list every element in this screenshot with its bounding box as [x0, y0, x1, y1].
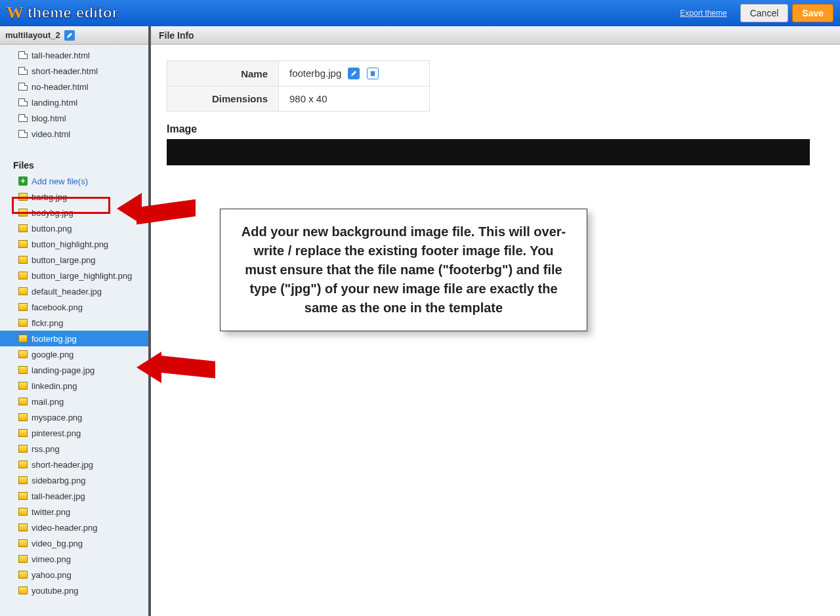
add-new-files-label: Add new file(s) — [32, 176, 88, 186]
file-item-label: youtube.png — [32, 586, 79, 596]
sidebar-file-item[interactable]: google.png — [0, 346, 148, 362]
file-item-label: linkedin.png — [32, 381, 77, 391]
image-file-icon — [18, 476, 28, 484]
file-item-label: footerbg.jpg — [32, 334, 77, 344]
page-item-label: short-header.html — [32, 66, 98, 76]
file-item-label: myspace.png — [32, 413, 82, 422]
page-icon — [18, 114, 28, 122]
image-file-icon — [18, 366, 28, 374]
sidebar-file-item[interactable]: bodybg.jpg — [0, 205, 148, 220]
sidebar-file-item[interactable]: youtube.png — [0, 583, 148, 598]
image-file-icon — [18, 539, 28, 547]
files-list: barbg.jpgbodybg.jpgbutton.pngbutton_high… — [0, 189, 148, 605]
image-file-icon — [18, 555, 28, 563]
sidebar-file-item[interactable]: rss.png — [0, 441, 148, 457]
image-section-label: Image — [167, 123, 824, 135]
theme-name-header: multilayout_2 — [0, 26, 148, 45]
sidebar-file-item[interactable]: landing-page.jpg — [0, 362, 148, 378]
image-file-icon — [18, 335, 28, 342]
page-icon — [18, 83, 28, 91]
sidebar-page-item[interactable]: no-header.html — [0, 79, 148, 94]
file-item-label: button.png — [32, 224, 72, 234]
image-file-icon — [18, 272, 28, 279]
files-section-label: Files — [0, 148, 148, 173]
sidebar-file-item[interactable]: short-header.jpg — [0, 457, 148, 472]
file-item-label: video-header.png — [32, 523, 97, 533]
sidebar-file-item[interactable]: default_header.jpg — [0, 283, 148, 299]
sidebar-file-item[interactable]: pinterest.png — [0, 425, 148, 441]
sidebar-file-item[interactable]: button_highlight.png — [0, 236, 148, 252]
image-file-icon — [18, 461, 28, 468]
sidebar-file-item[interactable]: button_large_highlight.png — [0, 268, 148, 283]
sidebar-file-item[interactable]: yahoo.png — [0, 567, 148, 583]
file-dims-label: Dimensions — [167, 87, 279, 112]
image-file-icon — [18, 492, 28, 500]
page-icon — [18, 130, 28, 138]
file-name-cell: footerbg.jpg — [279, 61, 430, 87]
pages-list: tall-header.htmlshort-header.htmlno-head… — [0, 45, 148, 148]
brand-logo-icon: W — [7, 3, 24, 23]
image-file-icon — [18, 224, 28, 232]
plus-icon: + — [18, 176, 28, 186]
sidebar-file-item[interactable]: linkedin.png — [0, 378, 148, 394]
file-item-label: mail.png — [32, 397, 64, 407]
sidebar-file-item[interactable]: barbg.jpg — [0, 189, 148, 205]
save-button[interactable]: Save — [792, 4, 833, 22]
file-item-label: barbg.jpg — [32, 192, 67, 202]
page-item-label: blog.html — [32, 113, 66, 123]
file-item-label: default_header.jpg — [32, 287, 102, 297]
cancel-button[interactable]: Cancel — [740, 4, 789, 22]
sidebar-file-item[interactable]: button.png — [0, 220, 148, 236]
image-file-icon — [18, 287, 28, 295]
page-item-label: video.html — [32, 129, 70, 139]
page-icon — [18, 51, 28, 59]
image-file-icon — [18, 303, 28, 311]
sidebar-file-item[interactable]: facebook.png — [0, 299, 148, 315]
sidebar-file-item[interactable]: sidebarbg.png — [0, 472, 148, 488]
sidebar-file-item[interactable]: footerbg.jpg — [0, 331, 148, 346]
file-item-label: vimeo.png — [32, 554, 71, 564]
file-item-label: short-header.jpg — [32, 460, 93, 470]
page-icon — [18, 67, 28, 75]
rename-file-icon[interactable] — [348, 68, 360, 79]
sidebar-page-item[interactable]: video.html — [0, 126, 148, 142]
file-item-label: google.png — [32, 350, 74, 359]
file-item-label: video_bg.png — [32, 539, 83, 548]
file-item-label: twitter.png — [32, 507, 70, 517]
sidebar-file-item[interactable]: mail.png — [0, 394, 148, 409]
image-file-icon — [18, 571, 28, 579]
sidebar-file-item[interactable]: video-header.png — [0, 520, 148, 535]
image-file-icon — [18, 398, 28, 405]
sidebar-file-item[interactable]: twitter.png — [0, 504, 148, 520]
sidebar-file-item[interactable]: flckr.png — [0, 315, 148, 331]
sidebar-page-item[interactable]: tall-header.html — [0, 47, 148, 63]
annotation-callout: Add your new background image file. This… — [220, 209, 587, 331]
page-icon — [18, 98, 28, 106]
file-item-label: button_large.png — [32, 255, 96, 265]
export-theme-link[interactable]: Export theme — [680, 9, 726, 18]
sidebar-page-item[interactable]: landing.html — [0, 94, 148, 110]
sidebar-page-item[interactable]: blog.html — [0, 110, 148, 126]
top-bar: W theme editor Export theme Cancel Save — [0, 0, 840, 26]
sidebar-scroll[interactable]: tall-header.htmlshort-header.htmlno-head… — [0, 45, 148, 616]
delete-file-icon[interactable] — [367, 68, 379, 79]
edit-theme-name-icon[interactable] — [64, 30, 75, 41]
sidebar-file-item[interactable]: video_bg.png — [0, 535, 148, 551]
file-item-label: button_highlight.png — [32, 239, 108, 249]
add-new-files-button[interactable]: + Add new file(s) — [0, 173, 148, 189]
image-file-icon — [18, 445, 28, 453]
file-dims-value: 980 x 40 — [279, 87, 430, 112]
sidebar-file-item[interactable]: tall-header.jpg — [0, 488, 148, 504]
image-file-icon — [18, 382, 28, 390]
sidebar-file-item[interactable]: myspace.png — [0, 409, 148, 425]
image-file-icon — [18, 524, 28, 531]
sidebar-page-item[interactable]: short-header.html — [0, 63, 148, 79]
page-item-label: tall-header.html — [32, 51, 90, 60]
image-file-icon — [18, 193, 28, 201]
sidebar-file-item[interactable]: button_large.png — [0, 252, 148, 268]
brand-title: theme editor — [28, 5, 118, 22]
sidebar-file-item[interactable]: vimeo.png — [0, 551, 148, 567]
file-item-label: sidebarbg.png — [32, 476, 85, 485]
file-item-label: button_large_highlight.png — [32, 271, 132, 281]
file-item-label: facebook.png — [32, 302, 83, 312]
